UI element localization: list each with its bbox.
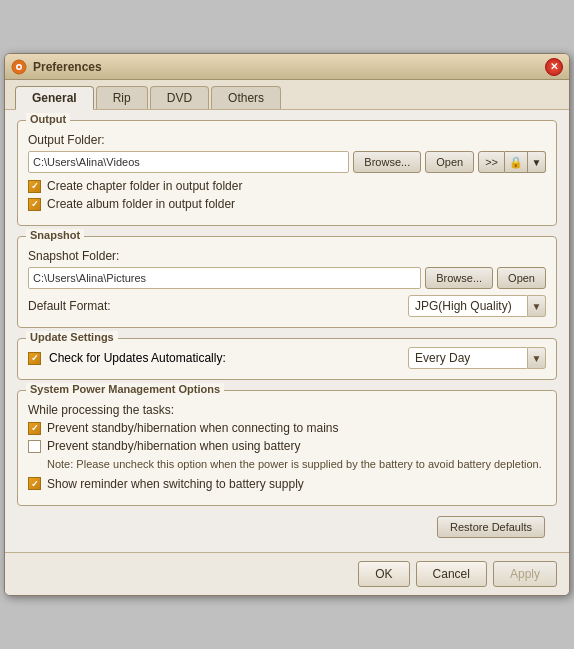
power-mains-checkbox[interactable]: [28, 422, 41, 435]
snapshot-folder-input[interactable]: [28, 267, 421, 289]
power-note: Note: Please uncheck this option when th…: [47, 457, 546, 472]
content-area: Output Output Folder: Browse... Open >> …: [5, 110, 569, 551]
power-mains-label: Prevent standby/hibernation when connect…: [47, 421, 339, 435]
ok-button[interactable]: OK: [358, 561, 409, 587]
tab-rip[interactable]: Rip: [96, 86, 148, 109]
create-chapter-label: Create chapter folder in output folder: [47, 179, 242, 193]
snapshot-format-label: Default Format:: [28, 299, 111, 313]
apply-button[interactable]: Apply: [493, 561, 557, 587]
update-checkbox[interactable]: [28, 352, 41, 365]
snapshot-format-value: JPG(High Quality): [408, 295, 528, 317]
create-album-row: Create album folder in output folder: [28, 197, 546, 211]
power-reminder-row: Show reminder when switching to battery …: [28, 477, 546, 491]
tab-others[interactable]: Others: [211, 86, 281, 109]
power-group: System Power Management Options While pr…: [17, 390, 557, 505]
output-open-button[interactable]: Open: [425, 151, 474, 173]
update-frequency-value: Every Day: [408, 347, 528, 369]
update-frequency-select[interactable]: Every Day ▼: [408, 347, 546, 369]
output-group: Output Output Folder: Browse... Open >> …: [17, 120, 557, 226]
svg-point-2: [18, 65, 21, 68]
create-chapter-row: Create chapter folder in output folder: [28, 179, 546, 193]
power-subtitle: While processing the tasks:: [28, 403, 546, 417]
snapshot-format-arrow[interactable]: ▼: [528, 295, 546, 317]
create-album-label: Create album folder in output folder: [47, 197, 235, 211]
snapshot-format-row: Default Format: JPG(High Quality) ▼: [28, 295, 546, 317]
snapshot-group: Snapshot Snapshot Folder: Browse... Open…: [17, 236, 557, 328]
create-album-checkbox[interactable]: [28, 198, 41, 211]
snapshot-open-button[interactable]: Open: [497, 267, 546, 289]
preferences-window: Preferences ✕ General Rip DVD Others Out…: [4, 53, 570, 595]
power-reminder-checkbox[interactable]: [28, 477, 41, 490]
update-frequency-arrow[interactable]: ▼: [528, 347, 546, 369]
update-group-title: Update Settings: [26, 331, 118, 343]
snapshot-group-title: Snapshot: [26, 229, 84, 241]
power-reminder-label: Show reminder when switching to battery …: [47, 477, 304, 491]
restore-row: Restore Defaults: [17, 516, 557, 538]
power-battery-row: Prevent standby/hibernation when using b…: [28, 439, 546, 453]
close-button[interactable]: ✕: [545, 58, 563, 76]
output-dropdown-button[interactable]: ▼: [528, 151, 546, 173]
snapshot-browse-button[interactable]: Browse...: [425, 267, 493, 289]
restore-defaults-button[interactable]: Restore Defaults: [437, 516, 545, 538]
update-group: Update Settings Check for Updates Automa…: [17, 338, 557, 380]
snapshot-format-select[interactable]: JPG(High Quality) ▼: [408, 295, 546, 317]
update-row: Check for Updates Automatically: Every D…: [28, 347, 546, 369]
tab-general[interactable]: General: [15, 86, 94, 110]
update-checkbox-label: Check for Updates Automatically:: [49, 351, 226, 365]
power-battery-checkbox[interactable]: [28, 440, 41, 453]
create-chapter-checkbox[interactable]: [28, 180, 41, 193]
output-browse-button[interactable]: Browse...: [353, 151, 421, 173]
bottom-bar: OK Cancel Apply: [5, 552, 569, 595]
title-bar-icon: [11, 59, 27, 75]
output-group-title: Output: [26, 113, 70, 125]
power-group-title: System Power Management Options: [26, 383, 224, 395]
output-folder-input[interactable]: [28, 151, 349, 173]
tabs-bar: General Rip DVD Others: [5, 80, 569, 110]
output-folder-label: Output Folder:: [28, 133, 546, 147]
output-icon-group: >> 🔒 ▼: [478, 151, 546, 173]
snapshot-folder-row: Browse... Open: [28, 267, 546, 289]
output-lock-button[interactable]: 🔒: [505, 151, 528, 173]
tab-dvd[interactable]: DVD: [150, 86, 209, 109]
cancel-button[interactable]: Cancel: [416, 561, 487, 587]
output-folder-row: Browse... Open >> 🔒 ▼: [28, 151, 546, 173]
power-mains-row: Prevent standby/hibernation when connect…: [28, 421, 546, 435]
power-battery-label: Prevent standby/hibernation when using b…: [47, 439, 301, 453]
title-bar: Preferences ✕: [5, 54, 569, 80]
output-arrows-button[interactable]: >>: [478, 151, 505, 173]
snapshot-folder-label: Snapshot Folder:: [28, 249, 546, 263]
title-bar-title: Preferences: [33, 60, 545, 74]
